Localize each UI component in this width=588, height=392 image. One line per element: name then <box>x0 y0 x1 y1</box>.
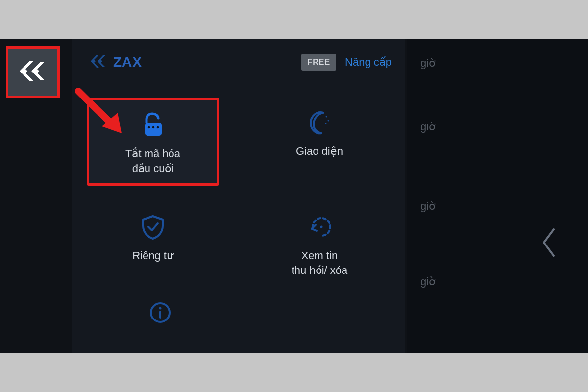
panel-header: ZAX FREE Nâng cấp <box>72 39 405 78</box>
history-icon <box>306 213 333 241</box>
menu-item-info[interactable] <box>101 299 219 334</box>
menu-item-recall[interactable]: Xem tin thu hồi/ xóa <box>253 202 386 285</box>
info-icon <box>147 299 174 326</box>
svg-point-7 <box>320 226 323 228</box>
time-label: giờ <box>420 200 435 213</box>
sidebar-logo-button[interactable] <box>6 46 60 98</box>
app-name: ZAX <box>113 54 142 70</box>
menu-label: Xem tin thu hồi/ xóa <box>292 248 348 277</box>
unlock-icon <box>139 111 167 139</box>
chevron-left-icon[interactable] <box>539 225 560 262</box>
menu-label: Tắt mã hóa đầu cuối <box>125 147 180 175</box>
menu-label: Riêng tư <box>132 248 173 263</box>
svg-point-2 <box>152 126 155 129</box>
settings-panel: ZAX FREE Nâng cấp Tắt mã hóa đầu cuối <box>72 39 405 353</box>
right-strip: giờ giờ giờ giờ <box>407 39 588 353</box>
menu-item-appearance[interactable]: Giao diện <box>253 98 386 186</box>
menu-grid: Tắt mã hóa đầu cuối Giao diện <box>87 98 391 286</box>
svg-point-3 <box>157 126 159 129</box>
moon-icon <box>306 109 333 136</box>
menu-item-privacy[interactable]: Riêng tư <box>87 202 219 285</box>
time-label: giờ <box>420 57 435 70</box>
time-label: giờ <box>420 121 435 133</box>
zax-logo-small-icon <box>90 53 107 72</box>
svg-point-9 <box>159 307 162 310</box>
shield-check-icon <box>139 213 167 241</box>
menu-label: Giao diện <box>296 144 343 159</box>
app-frame: ZAX FREE Nâng cấp Tắt mã hóa đầu cuối <box>0 39 588 353</box>
plan-badge: FREE <box>301 54 336 71</box>
svg-rect-0 <box>145 123 162 136</box>
time-label: giờ <box>420 275 435 288</box>
menu-item-encryption[interactable]: Tắt mã hóa đầu cuối <box>87 98 219 186</box>
zax-logo-icon <box>17 57 49 87</box>
svg-point-1 <box>148 126 150 129</box>
upgrade-link[interactable]: Nâng cấp <box>345 56 392 69</box>
